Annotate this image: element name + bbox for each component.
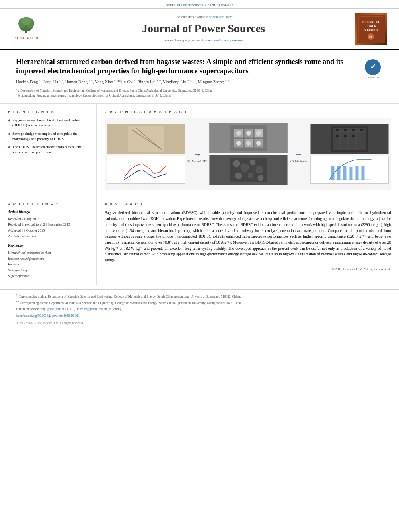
svg-rect-54	[336, 135, 339, 137]
svg-rect-58	[337, 166, 341, 180]
authors-line: Haobin Feng a, Hang Hu a, b, Hanwu Dong …	[16, 79, 359, 85]
journal-header: ELSEVIER Contents lists available at Sci…	[0, 9, 399, 50]
footer-doi: http://dx.doi.org/10.1016/j.jpowsour.201…	[16, 314, 383, 318]
affiliations: a a Department of Materials Science and …	[16, 88, 359, 98]
ga-chart-2	[310, 156, 389, 184]
ga-block-2	[209, 120, 288, 188]
journal-cover-icon: JOURNAL OF POWER SOURCES PS	[357, 15, 385, 43]
ga-bagasse-svg	[128, 126, 164, 152]
article-title-text: Hierarchical structured carbon derived f…	[16, 57, 359, 98]
svg-point-31	[236, 141, 241, 146]
footnote-emails: E-mail addresses: tliuyl@scau.edu.cn (Y.…	[16, 307, 383, 311]
highlight-item-1: ◆ Bagasse-derived hierarchical structure…	[8, 118, 88, 128]
svg-point-40	[248, 173, 253, 178]
page: Journal of Power Sources 302 (2016) 164–…	[0, 0, 399, 532]
footnote-corresponding-1: * Corresponding author. Department of Ma…	[16, 294, 383, 299]
received-date: Received 21 July 2015	[8, 216, 88, 222]
svg-rect-56	[352, 135, 355, 137]
ga-bagasse-image	[107, 124, 185, 154]
ga-chart-svg-1	[109, 158, 183, 182]
highlights-graphical-section: H I G H L I G H T S ◆ Bagasse-derived hi…	[0, 104, 399, 196]
footer-issn: 0378-7753/© 2015 Elsevier B.V. All right…	[16, 321, 383, 325]
svg-point-30	[256, 131, 261, 136]
svg-point-4	[21, 17, 31, 25]
journal-citation: Journal of Power Sources 302 (2016) 164–…	[0, 0, 399, 9]
journal-cover-area: JOURNAL OF POWER SOURCES PS	[355, 13, 391, 45]
article-main-title: Hierarchical structured carbon derived f…	[16, 57, 359, 76]
svg-point-33	[256, 141, 261, 146]
svg-point-38	[256, 166, 263, 173]
crossmark-icon: ✓	[365, 59, 381, 75]
graphical-abstract-column: G R A P H I C A L A B S T R A C T	[97, 104, 399, 196]
crossmark-label: CrossMark	[366, 76, 379, 80]
article-title-section: Hierarchical structured carbon derived f…	[0, 50, 399, 104]
svg-point-28	[236, 131, 241, 136]
elsevier-box: ELSEVIER	[8, 15, 44, 43]
journal-homepage-line: journal homepage: www.elsevier.com/locat…	[52, 38, 355, 43]
highlights-heading: H I G H L I G H T S	[8, 109, 88, 115]
svg-text:PS: PS	[369, 36, 372, 38]
svg-rect-57	[331, 166, 335, 180]
article-info-abstract-section: A R T I C L E I N F O Article history: R…	[0, 196, 399, 285]
science-direct-link[interactable]: ScienceDirect	[212, 15, 232, 19]
affiliation-a: a a Department of Materials Science and …	[16, 88, 359, 93]
ga-carbon-image	[209, 123, 288, 153]
journal-cover-image: JOURNAL OF POWER SOURCES PS	[355, 13, 387, 45]
bullet-icon-1: ◆	[8, 118, 10, 123]
highlight-item-2: ◆ Sewage sludge was employed to regulate…	[8, 131, 88, 141]
ga-arrow-2: → KOH Activation	[290, 120, 308, 188]
article-dates: Received 21 July 2015 Received in revise…	[8, 216, 88, 239]
keyword-3: Bagasse	[8, 261, 88, 267]
svg-rect-52	[352, 129, 355, 131]
ga-chart-1	[107, 156, 185, 184]
svg-point-41	[258, 175, 263, 181]
graphical-abstract-heading: G R A P H I C A L A B S T R A C T	[105, 109, 391, 115]
keyword-4: Sewage sludge	[8, 267, 88, 273]
abstract-text: Bagasse-derived hierarchical structured …	[105, 210, 391, 263]
highlights-column: H I G H L I G H T S ◆ Bagasse-derived hi…	[0, 104, 97, 196]
available-online: Available online xxx	[8, 233, 88, 239]
abstract-column: A B S T R A C T Bagasse-derived hierarch…	[97, 196, 399, 285]
affiliation-b: b b Guangdong Provincial Engineering Tec…	[16, 92, 359, 98]
svg-text:JOURNAL OF: JOURNAL OF	[362, 21, 380, 23]
ga-sem-svg	[230, 158, 267, 182]
article-info-column: A R T I C L E I N F O Article history: R…	[0, 196, 97, 285]
article-info-heading: A R T I C L E I N F O	[8, 202, 88, 207]
doi-link[interactable]: http://dx.doi.org/10.1016/j.jpowsour.201…	[16, 314, 80, 318]
keyword-2: Interconnected framework	[8, 256, 88, 261]
svg-rect-61	[356, 166, 359, 180]
highlight-item-3: ◆ The BDHSC-based electrode exhibits exc…	[8, 144, 88, 154]
ga-final-image	[310, 124, 389, 154]
citation-text: Journal of Power Sources 302 (2016) 164–…	[166, 3, 233, 7]
ga-block-1	[107, 120, 185, 188]
copyright-line: © 2015 Elsevier B.V. All rights reserved…	[105, 267, 391, 272]
elsevier-wordmark: ELSEVIER	[13, 35, 39, 41]
elsevier-logo-area: ELSEVIER	[8, 15, 52, 43]
journal-homepage-link[interactable]: www.elsevier.com/locate/jpowsour	[192, 38, 243, 42]
abstract-heading: A B S T R A C T	[105, 202, 391, 207]
article-history-label: Article history:	[8, 209, 88, 214]
email-link-1[interactable]: tliuyl@scau.edu.cn	[40, 307, 65, 311]
svg-rect-60	[350, 167, 353, 180]
svg-point-37	[250, 160, 255, 165]
keywords-section: Keywords: Hierarchical structured carbon…	[8, 243, 88, 279]
ga-chart-svg-2	[312, 158, 387, 182]
received-revised-date: Received in revised form 24 September 20…	[8, 222, 88, 227]
keywords-label: Keywords:	[8, 243, 88, 249]
email-link-2[interactable]: mtzh eng@scau.edu.cn	[77, 307, 107, 311]
keyword-5: Supercapacitor	[8, 273, 88, 279]
svg-rect-55	[344, 135, 347, 137]
footer-section: * Corresponding author. Department of Ma…	[0, 289, 399, 333]
svg-point-39	[235, 173, 242, 179]
svg-rect-51	[344, 129, 347, 131]
svg-rect-53	[360, 129, 363, 131]
graphical-abstract-image: → SS-Assisted IITC	[105, 118, 391, 190]
ga-final-svg	[331, 126, 368, 152]
svg-point-32	[246, 141, 251, 146]
journal-title-area: Contents lists available at ScienceDirec…	[52, 14, 355, 43]
journal-name: Journal of Power Sources	[52, 21, 355, 36]
svg-rect-59	[343, 166, 347, 180]
crossmark-badge: ✓ CrossMark	[363, 57, 383, 80]
footnote-corresponding-2: ** Corresponding author. Department of M…	[16, 300, 383, 305]
science-direct-text: Contents lists available at ScienceDirec…	[52, 14, 355, 20]
